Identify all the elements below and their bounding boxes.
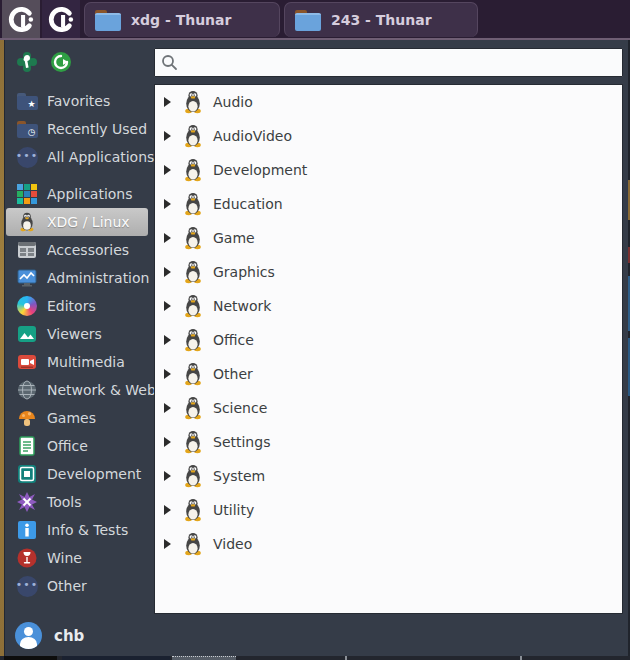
user-row[interactable]: chb	[15, 622, 84, 649]
sidebar-item-label: Editors	[47, 298, 96, 314]
expander-triangle-icon[interactable]	[164, 403, 171, 413]
category-row-graphics[interactable]: Graphics	[155, 255, 622, 289]
category-label: Audio	[213, 94, 253, 110]
sidebar-item-favorites[interactable]: ★ Favorites	[6, 87, 148, 115]
sidebar-item-development[interactable]: Development	[6, 460, 148, 488]
category-row-game[interactable]: Game	[155, 221, 622, 255]
tux-icon	[181, 90, 205, 114]
search-box[interactable]	[154, 48, 623, 77]
sidebar-item-multimedia[interactable]: Multimedia	[6, 348, 148, 376]
sidebar-item-other[interactable]: ••• Other	[6, 572, 148, 600]
expander-triangle-icon[interactable]	[164, 505, 171, 515]
applications-grid-icon	[16, 183, 38, 205]
expander-triangle-icon[interactable]	[164, 199, 171, 209]
category-row-network[interactable]: Network	[155, 289, 622, 323]
sidebar-item-all-applications[interactable]: ••• All Applications	[6, 143, 148, 171]
expander-triangle-icon[interactable]	[164, 267, 171, 277]
logout-arrow-icon	[50, 51, 72, 73]
expander-triangle-icon[interactable]	[164, 165, 171, 175]
sidebar-item-games[interactable]: Games	[6, 404, 148, 432]
app-logo-icon	[8, 6, 35, 33]
tux-icon	[181, 260, 205, 284]
tux-icon	[16, 211, 38, 233]
sidebar-item-label: Applications	[47, 186, 133, 202]
user-avatar	[15, 622, 42, 649]
recent-folder-icon: ◷	[16, 118, 38, 140]
folder-icon	[95, 10, 121, 31]
sidebar-item-info-tests[interactable]: Info & Tests	[6, 516, 148, 544]
search-icon	[161, 54, 178, 71]
settings-wrench-icon	[16, 51, 38, 73]
app-logo-launcher-button[interactable]	[2, 0, 40, 38]
sidebar-item-label: Multimedia	[47, 354, 125, 370]
other-dots-icon: •••	[16, 575, 38, 597]
expander-triangle-icon[interactable]	[164, 301, 171, 311]
expander-triangle-icon[interactable]	[164, 97, 171, 107]
category-label: Office	[213, 332, 254, 348]
category-label: Video	[213, 536, 252, 552]
category-row-other[interactable]: Other	[155, 357, 622, 391]
category-row-video[interactable]: Video	[155, 527, 622, 561]
tux-icon	[181, 192, 205, 216]
expander-triangle-icon[interactable]	[164, 471, 171, 481]
sidebar-item-label: All Applications	[47, 149, 154, 165]
sidebar-item-recently-used[interactable]: ◷ Recently Used	[6, 115, 148, 143]
taskbar-window-243-thunar[interactable]: 243 - Thunar	[284, 2, 478, 37]
sidebar-item-label: Viewers	[47, 326, 102, 342]
category-label: Graphics	[213, 264, 275, 280]
sidebar-item-viewers[interactable]: Viewers	[6, 320, 148, 348]
info-icon	[16, 519, 38, 541]
taskbar-window-label: xdg - Thunar	[131, 12, 231, 28]
search-input[interactable]	[178, 55, 616, 71]
sidebar-item-accessories[interactable]: Accessories	[6, 236, 148, 264]
sidebar-item-wine[interactable]: Wine	[6, 544, 148, 572]
administration-icon	[16, 267, 38, 289]
category-row-development[interactable]: Development	[155, 153, 622, 187]
app-logo-launcher-button-2[interactable]	[42, 0, 80, 38]
sidebar-item-editors[interactable]: Editors	[6, 292, 148, 320]
sidebar-item-label: Games	[47, 410, 96, 426]
application-menu-window: ★ Favorites ◷ Recently Used ••• All Appl…	[4, 40, 628, 656]
sidebar-item-label: Other	[47, 578, 87, 594]
category-row-utility[interactable]: Utility	[155, 493, 622, 527]
sidebar-item-label: Development	[47, 466, 141, 482]
expander-triangle-icon[interactable]	[164, 437, 171, 447]
sidebar-item-label: Info & Tests	[47, 522, 128, 538]
expander-triangle-icon[interactable]	[164, 335, 171, 345]
taskbar-window-xdg-thunar[interactable]: xdg - Thunar	[84, 2, 280, 37]
office-document-icon	[16, 435, 38, 457]
network-globe-icon	[16, 379, 38, 401]
sidebar-item-xdg-linux[interactable]: XDG / Linux	[6, 208, 148, 236]
category-row-audiovideo[interactable]: AudioVideo	[155, 119, 622, 153]
sidebar-item-label: Network & Web	[47, 382, 156, 398]
category-row-system[interactable]: System	[155, 459, 622, 493]
category-row-audio[interactable]: Audio	[155, 85, 622, 119]
desktop-bottom-sliver	[0, 656, 630, 660]
sidebar-item-administration[interactable]: Administration	[6, 264, 148, 292]
favorites-folder-icon: ★	[16, 90, 38, 112]
expander-triangle-icon[interactable]	[164, 131, 171, 141]
expander-triangle-icon[interactable]	[164, 539, 171, 549]
sidebar-item-label: Administration	[47, 270, 149, 286]
tux-icon	[181, 362, 205, 386]
games-mushroom-icon	[16, 407, 38, 429]
sidebar-item-office[interactable]: Office	[6, 432, 148, 460]
category-row-education[interactable]: Education	[155, 187, 622, 221]
development-icon	[16, 463, 38, 485]
user-name: chb	[54, 627, 84, 645]
sidebar-item-label: Tools	[47, 494, 82, 510]
sidebar-separator	[6, 171, 154, 180]
expander-triangle-icon[interactable]	[164, 369, 171, 379]
sidebar-item-applications[interactable]: Applications	[6, 180, 148, 208]
sidebar-item-tools[interactable]: Tools	[6, 488, 148, 516]
category-row-office[interactable]: Office	[155, 323, 622, 357]
category-list-panel: Audio AudioVideo Development Education G	[154, 84, 623, 614]
tools-icon	[16, 491, 38, 513]
tux-icon	[181, 396, 205, 420]
category-row-science[interactable]: Science	[155, 391, 622, 425]
logout-button[interactable]	[50, 51, 72, 73]
category-row-settings[interactable]: Settings	[155, 425, 622, 459]
settings-manager-button[interactable]	[16, 51, 38, 73]
expander-triangle-icon[interactable]	[164, 233, 171, 243]
sidebar-item-network-web[interactable]: Network & Web	[6, 376, 148, 404]
